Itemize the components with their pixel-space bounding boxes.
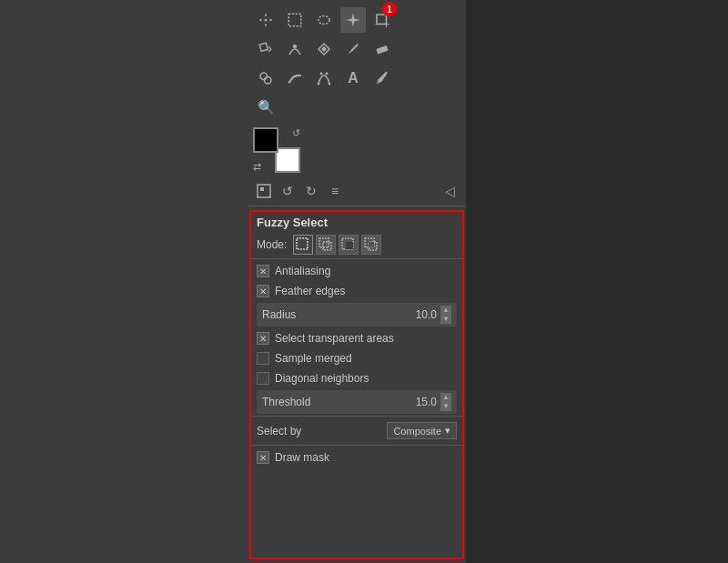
svg-point-8: [293, 45, 298, 49]
radius-label: Radius: [262, 308, 416, 321]
mode-replace-btn[interactable]: [293, 235, 313, 255]
radius-up-btn[interactable]: ▲: [440, 306, 451, 315]
notification-badge: 1: [382, 2, 397, 16]
sample-merged-checkbox[interactable]: [257, 352, 269, 365]
svg-point-13: [329, 83, 331, 85]
svg-point-16: [377, 81, 379, 84]
move-tool[interactable]: [253, 7, 278, 33]
tool-row-2: [253, 36, 460, 62]
svg-rect-19: [297, 238, 308, 249]
mode-row: Mode:: [251, 233, 462, 256]
threshold-label: Threshold: [262, 396, 416, 408]
svg-rect-4: [377, 15, 387, 25]
tool-icons-area: A 🔍: [248, 0, 466, 124]
svg-rect-18: [260, 187, 264, 191]
redo-btn[interactable]: ↻: [300, 180, 322, 202]
swap-colors-icon[interactable]: ⇄: [253, 161, 261, 173]
feather-edges-row: ✕ Feather edges: [251, 281, 462, 301]
svg-rect-7: [259, 43, 268, 51]
mode-add-btn[interactable]: [316, 235, 336, 255]
toolbox: A 🔍 ↺ ⇄ ↺ ↻ ≡ ◁ Fuzzy Select Mode:: [248, 0, 466, 563]
svg-point-0: [265, 19, 268, 22]
draw-mask-label: Draw mask: [275, 451, 329, 464]
eyedropper-tool[interactable]: [369, 65, 395, 91]
foreground-color-box[interactable]: [253, 127, 278, 153]
draw-mask-row: ✕ Draw mask: [251, 447, 462, 467]
svg-marker-3: [347, 14, 360, 27]
draw-mask-checkbox[interactable]: ✕: [257, 451, 269, 464]
erase-tool[interactable]: [369, 36, 395, 62]
svg-rect-26: [369, 242, 374, 247]
reset-colors-icon[interactable]: ↺: [292, 127, 300, 139]
clone-tool[interactable]: [253, 65, 278, 91]
bottom-icons-row: ↺ ↻ ≡ ◁: [248, 176, 466, 206]
svg-point-10: [260, 73, 268, 80]
feather-edges-checkbox[interactable]: ✕: [257, 285, 269, 297]
svg-rect-9: [376, 45, 388, 55]
image-view-btn[interactable]: [253, 180, 275, 202]
lasso-tool[interactable]: [311, 7, 337, 33]
svg-point-14: [320, 72, 323, 75]
mode-intersect-btn[interactable]: [361, 235, 381, 255]
svg-point-12: [318, 83, 320, 85]
select-by-row: Select by Composite ▾: [251, 418, 462, 443]
antialiasing-checkbox[interactable]: ✕: [257, 265, 269, 277]
diagonal-neighbors-row: Diagonal neighbors: [251, 368, 462, 388]
threshold-row: Threshold 15.0 ▲ ▼: [257, 390, 457, 414]
radius-value: 10.0: [416, 308, 437, 321]
paintbrush-tool[interactable]: [340, 36, 366, 62]
transform-tool[interactable]: [253, 36, 278, 62]
svg-point-2: [318, 16, 329, 25]
radius-down-btn[interactable]: ▼: [440, 315, 451, 324]
antialiasing-label: Antialiasing: [275, 265, 330, 277]
select-by-label: Select by: [257, 425, 387, 437]
select-transparent-label: Select transparent areas: [275, 332, 394, 345]
threshold-spinner[interactable]: ▲ ▼: [440, 393, 451, 411]
select-transparent-checkbox[interactable]: ✕: [257, 332, 269, 345]
threshold-down-btn[interactable]: ▼: [440, 402, 451, 411]
radius-spinner[interactable]: ▲ ▼: [440, 306, 451, 324]
tool-row-1: [253, 7, 460, 33]
svg-rect-21: [323, 242, 331, 250]
select-by-chevron-icon: ▾: [445, 425, 450, 437]
fuzzy-select-panel: Fuzzy Select Mode: ✕ Antialiasing ✕: [249, 210, 464, 559]
color-selector: ↺ ⇄: [253, 127, 300, 173]
svg-point-11: [265, 77, 272, 85]
warp-tool[interactable]: [282, 36, 308, 62]
radius-row: Radius 10.0 ▲ ▼: [257, 303, 457, 327]
select-by-dropdown[interactable]: Composite ▾: [387, 422, 457, 439]
svg-rect-23: [346, 242, 353, 249]
select-by-value: Composite: [393, 426, 441, 437]
threshold-up-btn[interactable]: ▲: [440, 393, 451, 402]
undo-btn[interactable]: ↺: [277, 180, 298, 202]
diagonal-neighbors-checkbox[interactable]: [257, 372, 269, 385]
tool-row-4: 🔍: [253, 95, 460, 120]
fuzzy-select-tool[interactable]: [340, 7, 366, 33]
smudge-tool[interactable]: [282, 65, 308, 91]
svg-point-15: [326, 72, 329, 75]
antialiasing-row: ✕ Antialiasing: [251, 261, 462, 281]
diagonal-neighbors-label: Diagonal neighbors: [275, 372, 369, 385]
mode-subtract-btn[interactable]: [339, 235, 359, 255]
sample-merged-label: Sample merged: [275, 352, 352, 365]
script-btn[interactable]: ≡: [324, 180, 346, 202]
rect-select-tool[interactable]: [282, 7, 308, 33]
svg-rect-1: [288, 14, 301, 26]
tool-row-3: A: [253, 65, 460, 91]
text-tool[interactable]: A: [340, 65, 366, 91]
mode-label: Mode:: [257, 238, 287, 251]
zoom-tool[interactable]: 🔍: [253, 95, 278, 120]
sample-merged-row: Sample merged: [251, 348, 462, 368]
left-sidebar: [0, 0, 248, 563]
background-color-box[interactable]: [275, 147, 300, 173]
fuzzy-select-title: Fuzzy Select: [251, 212, 462, 233]
threshold-value: 15.0: [416, 396, 437, 408]
feather-edges-label: Feather edges: [275, 285, 345, 297]
collapse-btn[interactable]: ◁: [439, 180, 460, 202]
heal-tool[interactable]: [311, 36, 337, 62]
select-transparent-row: ✕ Select transparent areas: [251, 328, 462, 348]
svg-rect-20: [319, 238, 329, 247]
path-tool[interactable]: [311, 65, 337, 91]
